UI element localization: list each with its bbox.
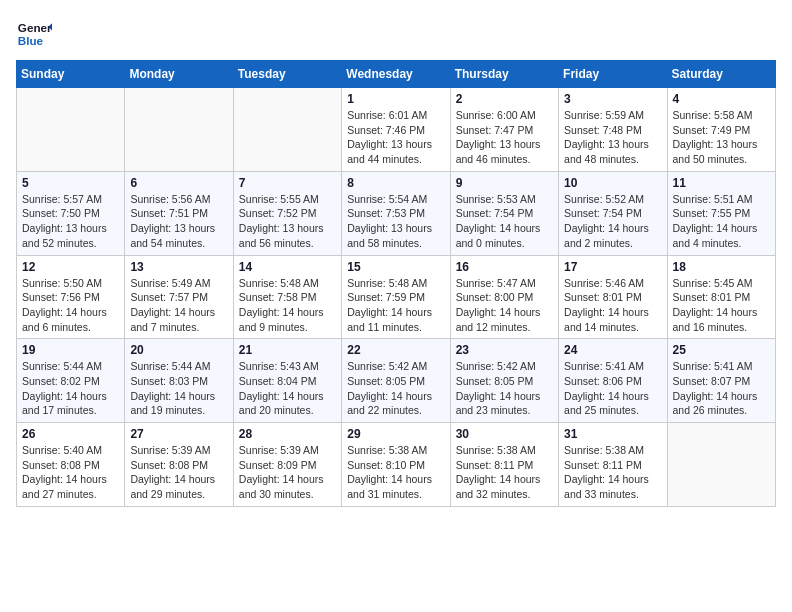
day-detail: Sunrise: 5:41 AM Sunset: 8:07 PM Dayligh… [673,359,770,418]
day-number: 15 [347,260,444,274]
calendar-day-cell: 11Sunrise: 5:51 AM Sunset: 7:55 PM Dayli… [667,171,775,255]
calendar-day-cell: 20Sunrise: 5:44 AM Sunset: 8:03 PM Dayli… [125,339,233,423]
calendar-day-cell: 26Sunrise: 5:40 AM Sunset: 8:08 PM Dayli… [17,423,125,507]
day-detail: Sunrise: 5:49 AM Sunset: 7:57 PM Dayligh… [130,276,227,335]
day-detail: Sunrise: 5:56 AM Sunset: 7:51 PM Dayligh… [130,192,227,251]
calendar-body: 1Sunrise: 6:01 AM Sunset: 7:46 PM Daylig… [17,88,776,507]
calendar-day-cell: 10Sunrise: 5:52 AM Sunset: 7:54 PM Dayli… [559,171,667,255]
calendar-day-cell: 27Sunrise: 5:39 AM Sunset: 8:08 PM Dayli… [125,423,233,507]
day-detail: Sunrise: 5:45 AM Sunset: 8:01 PM Dayligh… [673,276,770,335]
day-number: 26 [22,427,119,441]
calendar-week-row: 1Sunrise: 6:01 AM Sunset: 7:46 PM Daylig… [17,88,776,172]
day-number: 31 [564,427,661,441]
logo: General Blue [16,16,52,52]
svg-text:Blue: Blue [18,34,44,47]
day-number: 18 [673,260,770,274]
day-detail: Sunrise: 5:55 AM Sunset: 7:52 PM Dayligh… [239,192,336,251]
calendar-day-cell: 8Sunrise: 5:54 AM Sunset: 7:53 PM Daylig… [342,171,450,255]
calendar-day-cell: 24Sunrise: 5:41 AM Sunset: 8:06 PM Dayli… [559,339,667,423]
day-number: 3 [564,92,661,106]
day-detail: Sunrise: 5:50 AM Sunset: 7:56 PM Dayligh… [22,276,119,335]
calendar-table: SundayMondayTuesdayWednesdayThursdayFrid… [16,60,776,507]
day-number: 30 [456,427,553,441]
day-detail: Sunrise: 5:48 AM Sunset: 7:59 PM Dayligh… [347,276,444,335]
day-number: 22 [347,343,444,357]
weekday-header-cell: Tuesday [233,61,341,88]
day-detail: Sunrise: 5:52 AM Sunset: 7:54 PM Dayligh… [564,192,661,251]
calendar-day-cell: 5Sunrise: 5:57 AM Sunset: 7:50 PM Daylig… [17,171,125,255]
day-detail: Sunrise: 5:46 AM Sunset: 8:01 PM Dayligh… [564,276,661,335]
calendar-day-cell: 18Sunrise: 5:45 AM Sunset: 8:01 PM Dayli… [667,255,775,339]
calendar-day-cell: 6Sunrise: 5:56 AM Sunset: 7:51 PM Daylig… [125,171,233,255]
calendar-week-row: 12Sunrise: 5:50 AM Sunset: 7:56 PM Dayli… [17,255,776,339]
day-number: 13 [130,260,227,274]
calendar-day-cell: 29Sunrise: 5:38 AM Sunset: 8:10 PM Dayli… [342,423,450,507]
calendar-day-cell [125,88,233,172]
page-header: General Blue [16,16,776,52]
calendar-day-cell: 1Sunrise: 6:01 AM Sunset: 7:46 PM Daylig… [342,88,450,172]
day-number: 10 [564,176,661,190]
day-detail: Sunrise: 5:44 AM Sunset: 8:02 PM Dayligh… [22,359,119,418]
day-number: 19 [22,343,119,357]
day-number: 2 [456,92,553,106]
calendar-day-cell: 9Sunrise: 5:53 AM Sunset: 7:54 PM Daylig… [450,171,558,255]
weekday-header-cell: Friday [559,61,667,88]
day-detail: Sunrise: 5:48 AM Sunset: 7:58 PM Dayligh… [239,276,336,335]
day-number: 25 [673,343,770,357]
weekday-header-row: SundayMondayTuesdayWednesdayThursdayFrid… [17,61,776,88]
calendar-day-cell: 13Sunrise: 5:49 AM Sunset: 7:57 PM Dayli… [125,255,233,339]
day-detail: Sunrise: 5:57 AM Sunset: 7:50 PM Dayligh… [22,192,119,251]
day-detail: Sunrise: 5:53 AM Sunset: 7:54 PM Dayligh… [456,192,553,251]
calendar-day-cell: 22Sunrise: 5:42 AM Sunset: 8:05 PM Dayli… [342,339,450,423]
day-detail: Sunrise: 5:54 AM Sunset: 7:53 PM Dayligh… [347,192,444,251]
day-detail: Sunrise: 5:41 AM Sunset: 8:06 PM Dayligh… [564,359,661,418]
day-number: 23 [456,343,553,357]
day-number: 9 [456,176,553,190]
weekday-header-cell: Saturday [667,61,775,88]
day-detail: Sunrise: 5:38 AM Sunset: 8:11 PM Dayligh… [564,443,661,502]
calendar-day-cell [17,88,125,172]
weekday-header-cell: Wednesday [342,61,450,88]
calendar-day-cell: 30Sunrise: 5:38 AM Sunset: 8:11 PM Dayli… [450,423,558,507]
day-detail: Sunrise: 6:01 AM Sunset: 7:46 PM Dayligh… [347,108,444,167]
calendar-day-cell: 23Sunrise: 5:42 AM Sunset: 8:05 PM Dayli… [450,339,558,423]
calendar-day-cell: 15Sunrise: 5:48 AM Sunset: 7:59 PM Dayli… [342,255,450,339]
day-detail: Sunrise: 5:51 AM Sunset: 7:55 PM Dayligh… [673,192,770,251]
calendar-day-cell: 4Sunrise: 5:58 AM Sunset: 7:49 PM Daylig… [667,88,775,172]
calendar-day-cell: 3Sunrise: 5:59 AM Sunset: 7:48 PM Daylig… [559,88,667,172]
day-detail: Sunrise: 5:44 AM Sunset: 8:03 PM Dayligh… [130,359,227,418]
weekday-header-cell: Thursday [450,61,558,88]
calendar-day-cell: 2Sunrise: 6:00 AM Sunset: 7:47 PM Daylig… [450,88,558,172]
day-detail: Sunrise: 5:42 AM Sunset: 8:05 PM Dayligh… [456,359,553,418]
day-number: 5 [22,176,119,190]
svg-text:General: General [18,21,52,34]
day-detail: Sunrise: 6:00 AM Sunset: 7:47 PM Dayligh… [456,108,553,167]
day-detail: Sunrise: 5:58 AM Sunset: 7:49 PM Dayligh… [673,108,770,167]
weekday-header-cell: Monday [125,61,233,88]
day-number: 4 [673,92,770,106]
day-number: 17 [564,260,661,274]
calendar-day-cell: 12Sunrise: 5:50 AM Sunset: 7:56 PM Dayli… [17,255,125,339]
day-detail: Sunrise: 5:39 AM Sunset: 8:08 PM Dayligh… [130,443,227,502]
calendar-day-cell: 7Sunrise: 5:55 AM Sunset: 7:52 PM Daylig… [233,171,341,255]
day-number: 8 [347,176,444,190]
logo-icon: General Blue [16,16,52,52]
calendar-week-row: 5Sunrise: 5:57 AM Sunset: 7:50 PM Daylig… [17,171,776,255]
calendar-day-cell: 14Sunrise: 5:48 AM Sunset: 7:58 PM Dayli… [233,255,341,339]
calendar-day-cell: 25Sunrise: 5:41 AM Sunset: 8:07 PM Dayli… [667,339,775,423]
weekday-header-cell: Sunday [17,61,125,88]
calendar-day-cell [667,423,775,507]
day-number: 21 [239,343,336,357]
day-number: 16 [456,260,553,274]
calendar-day-cell: 31Sunrise: 5:38 AM Sunset: 8:11 PM Dayli… [559,423,667,507]
day-number: 27 [130,427,227,441]
day-detail: Sunrise: 5:38 AM Sunset: 8:11 PM Dayligh… [456,443,553,502]
day-number: 6 [130,176,227,190]
day-number: 1 [347,92,444,106]
calendar-day-cell: 28Sunrise: 5:39 AM Sunset: 8:09 PM Dayli… [233,423,341,507]
calendar-day-cell: 16Sunrise: 5:47 AM Sunset: 8:00 PM Dayli… [450,255,558,339]
day-number: 29 [347,427,444,441]
day-number: 11 [673,176,770,190]
day-detail: Sunrise: 5:40 AM Sunset: 8:08 PM Dayligh… [22,443,119,502]
day-number: 14 [239,260,336,274]
